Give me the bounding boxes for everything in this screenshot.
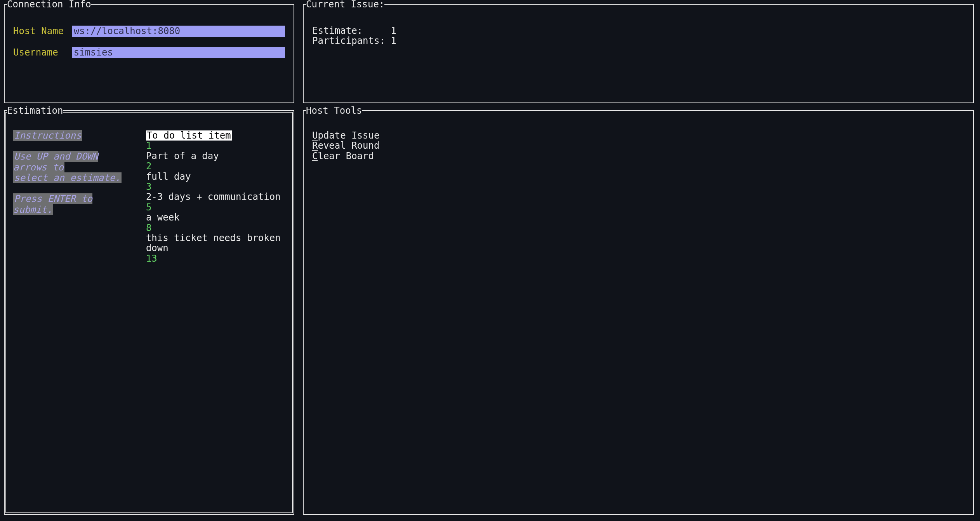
host-tool-text: lear Board (318, 151, 374, 162)
estimate-option-label[interactable]: Part of a day (146, 151, 285, 161)
connection-info-panel: Connection Info Host Name Username (4, 4, 294, 103)
instructions-line-1b: select an estimate. (13, 172, 122, 183)
host-tools-title: Host Tools (306, 106, 362, 116)
estimate-option-label[interactable]: To do list item (146, 130, 232, 141)
estimate-option-value: 8 (146, 223, 285, 233)
instructions-heading: Instructions (13, 130, 82, 141)
host-tool-text: pdate Issue (318, 130, 379, 141)
host-tool-text: eveal Round (318, 140, 379, 151)
estimate-option-value: 2 (146, 161, 285, 171)
instructions-line-1a: Use UP and DOWN arrows to (13, 151, 98, 173)
host-tool-hotkey: C (312, 151, 318, 162)
host-input[interactable] (72, 26, 285, 37)
current-issue-title: Current Issue: (306, 0, 384, 9)
current-issue-panel: Current Issue: Estimate: 1 Participants:… (303, 4, 974, 103)
estimate-option-value: 5 (146, 202, 285, 212)
participants-value: 1 (391, 35, 396, 46)
estimate-option-value: 3 (146, 182, 285, 192)
host-tool-item[interactable]: Reveal Round (312, 141, 964, 151)
estimation-title: Estimation (7, 106, 63, 116)
host-tools-list: Update IssueReveal RoundClear Board (312, 130, 964, 161)
instructions-line-2: Press ENTER to submit. (13, 193, 92, 215)
estimate-option-label[interactable]: full day (146, 172, 285, 182)
host-tool-item[interactable]: Clear Board (312, 151, 964, 161)
participants-line: Participants: 1 (312, 36, 964, 46)
participants-label: Participants: (312, 35, 385, 46)
estimate-option-label[interactable]: 2-3 days + communication (146, 192, 285, 202)
username-label: Username (13, 47, 66, 57)
estimate-option-label[interactable]: this ticket needs broken down (146, 233, 285, 254)
connection-info-title: Connection Info (7, 0, 91, 9)
host-tool-hotkey: R (312, 140, 318, 151)
estimate-label: Estimate: (312, 25, 363, 36)
host-tool-item[interactable]: Update Issue (312, 130, 964, 141)
estimation-panel: Estimation Instructions Use UP and DOWN … (4, 110, 294, 515)
estimate-line: Estimate: 1 (312, 26, 964, 36)
username-input[interactable] (72, 47, 285, 58)
estimate-option-value: 1 (146, 141, 285, 151)
estimate-option-label[interactable]: a week (146, 212, 285, 222)
estimate-option-value: 13 (146, 254, 285, 264)
host-row: Host Name (13, 26, 285, 37)
username-row: Username (13, 47, 285, 58)
instructions-block: Instructions Use UP and DOWN arrows to s… (13, 130, 137, 264)
host-tools-panel: Host Tools Update IssueReveal RoundClear… (303, 110, 974, 515)
estimate-value: 1 (391, 25, 396, 36)
host-tool-hotkey: U (312, 130, 318, 141)
host-label: Host Name (13, 26, 66, 36)
estimate-options-list[interactable]: To do list item1Part of a day2full day32… (146, 130, 285, 264)
